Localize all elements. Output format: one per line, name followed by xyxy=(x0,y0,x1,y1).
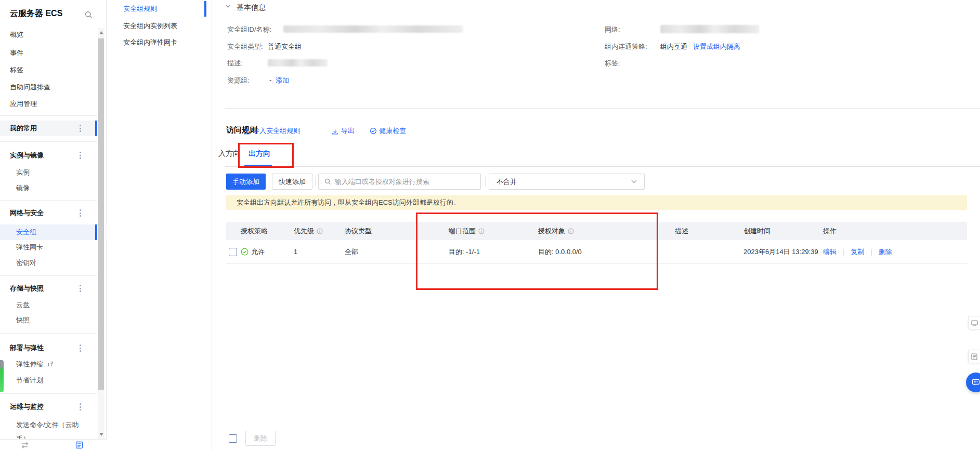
delete-link[interactable]: 删除 xyxy=(879,247,892,257)
secnav-item-sg-instances[interactable]: 安全组内实例列表 xyxy=(123,18,177,34)
active-indicator-bar xyxy=(204,1,206,17)
tab-outbound[interactable]: 出方向 xyxy=(249,149,270,158)
port-range-cell: 目的: -1/-1 xyxy=(445,247,538,257)
row-checkbox[interactable] xyxy=(229,248,237,256)
search-icon[interactable] xyxy=(85,11,93,19)
batch-delete-button[interactable]: 删除 xyxy=(245,431,276,446)
edit-link[interactable]: 编辑 xyxy=(823,247,837,257)
manual-add-button[interactable]: 手动添加 xyxy=(226,174,266,190)
swap-arrows-icon[interactable] xyxy=(21,442,29,449)
active-indicator-bar xyxy=(95,121,97,136)
section-divider xyxy=(225,108,980,109)
rule-search-input[interactable]: 输入端口或者授权对象进行搜索 xyxy=(318,174,481,190)
upload-icon xyxy=(243,128,250,135)
intra-policy-label: 组内连通策略: xyxy=(605,42,647,51)
sidebar-item-overview[interactable]: 概览 xyxy=(10,30,23,40)
action-separator: | xyxy=(843,248,844,256)
more-dots-icon[interactable] xyxy=(80,152,82,159)
more-dots-icon[interactable] xyxy=(80,344,82,352)
search-placeholder: 输入端口或者授权对象进行搜索 xyxy=(335,177,429,187)
sidebar-item-security-groups[interactable]: 安全组 xyxy=(16,227,36,237)
sidebar-section-instances-images[interactable]: 实例与镜像 xyxy=(10,150,44,161)
toolbar-separator xyxy=(269,177,269,186)
col-priority: 优先级 xyxy=(291,227,338,236)
sidebar-item-send-command[interactable]: 发送命令/文件（云助手） xyxy=(16,418,92,428)
col-port-range-label: 端口范围 xyxy=(449,227,476,236)
more-dots-icon[interactable] xyxy=(80,125,82,132)
actions-cell: 编辑|复制|删除 xyxy=(821,247,967,257)
sidebar-item-label: 弹性伸缩 xyxy=(16,360,43,368)
sidebar-item-auto-scaling[interactable]: 弹性伸缩 xyxy=(16,359,54,369)
feedback-widget-icon[interactable] xyxy=(968,316,980,329)
sidebar-item-images[interactable]: 镜像 xyxy=(16,183,30,193)
select-all-checkbox[interactable] xyxy=(229,434,237,443)
panel-list-icon[interactable] xyxy=(75,441,83,449)
col-actions: 操作 xyxy=(821,227,967,236)
sidebar-item-instances[interactable]: 实例 xyxy=(16,167,30,178)
resource-group-label: 资源组: xyxy=(227,76,250,85)
info-icon[interactable] xyxy=(478,228,485,234)
primary-sidebar: 云服务器 ECS 概览 事件 标签 自助问题排查 应用管理 我的常用 实例与镜像… xyxy=(0,0,107,451)
resource-group-value: - xyxy=(269,76,271,84)
import-rules-link[interactable]: 导入安全组规则 xyxy=(243,126,300,136)
sidebar-scrollbar-thumb[interactable] xyxy=(98,38,104,390)
merge-mode-select[interactable]: 不合并 xyxy=(489,174,645,190)
quick-add-button[interactable]: 快速添加 xyxy=(272,174,312,190)
copy-link[interactable]: 复制 xyxy=(851,247,864,257)
export-link[interactable]: 导出 xyxy=(332,126,355,136)
sidebar-item-savings-plans[interactable]: 节省计划 xyxy=(16,375,43,386)
col-description: 描述 xyxy=(671,227,741,236)
info-icon[interactable] xyxy=(568,228,574,234)
description-label: 描述: xyxy=(227,59,243,68)
chevron-down-icon[interactable] xyxy=(225,4,231,8)
policy-value: 允许 xyxy=(251,247,265,257)
sidebar-item-enis[interactable]: 弹性网卡 xyxy=(16,242,43,253)
resource-group-add-link[interactable]: 添加 xyxy=(276,76,289,85)
sg-id-redacted-value xyxy=(283,25,463,33)
secnav-item-sg-enis[interactable]: 安全组内弹性网卡 xyxy=(123,35,177,50)
toolbar-separator xyxy=(485,177,486,186)
sidebar-item-disks[interactable]: 云盘 xyxy=(16,300,30,310)
sidebar-item-tags[interactable]: 标签 xyxy=(10,65,23,75)
sidebar-section-deploy-elasticity[interactable]: 部署与弹性 xyxy=(10,343,44,353)
tab-active-underline xyxy=(244,165,272,166)
doc-widget-icon[interactable] xyxy=(968,350,980,363)
tab-inbound[interactable]: 入方向 xyxy=(218,149,240,158)
sidebar-section-favorites[interactable]: 我的常用 xyxy=(10,123,37,134)
health-check-link[interactable]: 健康检查 xyxy=(370,126,406,136)
sidebar-section-storage-snapshots[interactable]: 存储与快照 xyxy=(10,283,44,294)
scroll-up-icon[interactable] xyxy=(99,31,103,34)
divider xyxy=(0,200,97,201)
sg-type-label: 安全组类型: xyxy=(227,42,263,51)
sidebar-section-network-security[interactable]: 网络与安全 xyxy=(10,208,44,218)
divider xyxy=(0,115,97,116)
sg-id-label: 安全组ID/名称: xyxy=(227,25,271,34)
divider xyxy=(0,141,97,142)
ecs-console: 云服务器 ECS 概览 事件 标签 自助问题排查 应用管理 我的常用 实例与镜像… xyxy=(0,0,980,451)
col-policy: 授权策略 xyxy=(239,227,291,236)
secnav-item-sg-rules[interactable]: 安全组规则 xyxy=(123,1,157,17)
green-marker xyxy=(0,360,4,392)
policy-cell: 允许 xyxy=(239,247,291,257)
set-isolation-link[interactable]: 设置成组内隔离 xyxy=(693,42,740,51)
more-dots-icon[interactable] xyxy=(80,285,82,292)
more-dots-icon[interactable] xyxy=(80,209,82,217)
sidebar-item-security-groups-highlight xyxy=(0,224,97,240)
info-icon[interactable] xyxy=(317,228,323,234)
main-content: 基本信息 安全组ID/名称: 安全组类型: 普通安全组 描述: 资源组: - 添… xyxy=(212,0,980,451)
sidebar-item-key-pairs[interactable]: 密钥对 xyxy=(16,258,36,268)
more-dots-icon[interactable] xyxy=(80,403,82,410)
divider xyxy=(0,275,97,276)
priority-cell: 1 xyxy=(291,248,338,256)
network-label: 网络: xyxy=(605,25,620,34)
created-cell: 2023年6月14日 13:29:39 xyxy=(741,247,821,257)
sidebar-item-app-management[interactable]: 应用管理 xyxy=(10,99,37,109)
network-redacted-value xyxy=(660,25,759,33)
scroll-down-icon[interactable] xyxy=(99,433,103,436)
sidebar-bottom-bar xyxy=(0,439,107,451)
sidebar-section-ops-monitoring[interactable]: 运维与监控 xyxy=(10,402,44,412)
sidebar-item-events[interactable]: 事件 xyxy=(10,48,23,58)
sidebar-item-self-diagnose[interactable]: 自助问题排查 xyxy=(10,82,50,92)
sidebar-item-snapshots[interactable]: 快照 xyxy=(16,315,30,325)
col-auth-target: 授权对象 xyxy=(538,227,671,236)
